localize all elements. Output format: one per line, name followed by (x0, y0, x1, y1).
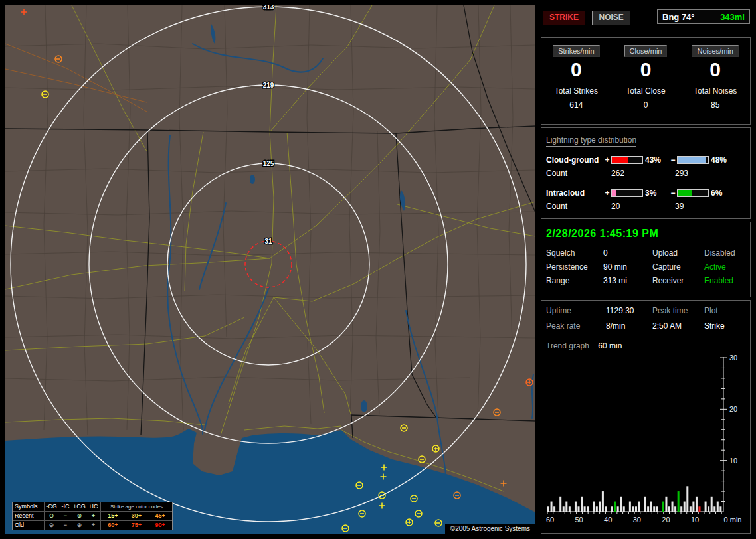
minus-sign: − (669, 189, 677, 198)
cg-pos-symbol-icon: ⊕ (72, 512, 86, 520)
trend-bar (632, 506, 634, 512)
distribution-panel: Lightning type distribution Cloud-ground… (541, 127, 751, 219)
trend-bar (614, 502, 616, 512)
cg-neg-bar (677, 156, 709, 164)
rates-panel: Strikes/min 0 Total Strikes 614 Close/mi… (541, 37, 751, 125)
bearing-readout: Bng 74° 343mi (657, 9, 750, 24)
intracloud-label: Intracloud (546, 189, 603, 198)
lightning-map[interactable]: 31125219313 Symbols -CG -IC +CG +IC Stri… (5, 5, 535, 534)
trend-bar (563, 506, 565, 512)
svg-text:0 min: 0 min (724, 516, 742, 524)
close-per-min-button[interactable]: Close/min (624, 45, 668, 57)
plus-sign: + (603, 155, 611, 165)
bearing-range-value: 343mi (720, 12, 745, 22)
ic-neg-symbol-icon: − (58, 521, 72, 530)
map-legend: Symbols -CG -IC +CG +IC Strike age color… (12, 502, 173, 530)
trend-bar (644, 497, 646, 512)
status-panel: 2/28/2026 1:45:19 PM Squelch 0 Upload Di… (541, 222, 751, 297)
trend-bar (575, 502, 577, 512)
trend-bar (668, 506, 670, 512)
total-strikes-label: Total Strikes (541, 86, 611, 96)
svg-text:60: 60 (546, 516, 554, 524)
trend-bar (596, 506, 598, 512)
trend-bar (623, 506, 625, 512)
plot-value: Strike (704, 321, 747, 331)
svg-text:30: 30 (729, 354, 737, 362)
trend-bar (674, 506, 676, 512)
trend-bar (635, 506, 637, 512)
capture-value: Active (704, 262, 745, 271)
total-noises-value: 85 (680, 100, 750, 110)
range-value: 313 mi (603, 276, 652, 285)
svg-text:40: 40 (604, 516, 612, 524)
strikes-per-min-value: 0 (541, 58, 611, 81)
noises-per-min-value: 0 (680, 58, 750, 81)
trend-bar (708, 506, 709, 512)
trend-bar (620, 497, 622, 512)
legend-type-cg-neg: -CG (45, 502, 58, 511)
peak-rate-label: Peak rate (546, 321, 606, 331)
cg-pos-percent: 43% (643, 155, 669, 165)
trend-bar (699, 506, 701, 512)
total-noises-label: Total Noises (680, 86, 750, 96)
trend-bar (696, 497, 698, 512)
age-code: 75+ (125, 521, 149, 530)
count-label: Count (546, 169, 611, 178)
persistence-value: 90 min (603, 262, 652, 271)
trend-bar (690, 506, 692, 512)
ic-pos-percent: 3% (643, 189, 669, 198)
range-ring-label: 219 (263, 82, 274, 89)
trend-window-value: 60 min (598, 341, 622, 350)
trend-bar (593, 502, 595, 512)
trend-bar (611, 506, 613, 512)
trend-bar (638, 502, 640, 512)
legend-header-row: Symbols -CG -IC +CG +IC Strike age color… (13, 502, 172, 511)
strikes-column: Strikes/min 0 Total Strikes 614 (541, 44, 611, 110)
trend-bar (602, 491, 604, 512)
capture-label: Capture (652, 262, 704, 271)
legend-old-row: Old ⊖ − ⊕ + 60+ 75+ 90+ (13, 520, 172, 530)
ic-neg-percent: 6% (709, 189, 735, 198)
range-label: Range (546, 276, 603, 285)
cloud-ground-label: Cloud-ground (546, 155, 603, 165)
uptime-value: 1129:30 (606, 306, 652, 315)
legend-old-label: Old (13, 521, 45, 530)
legend-age-title: Strike age color codes (100, 502, 172, 511)
minus-sign: − (669, 155, 677, 165)
svg-text:30: 30 (633, 516, 641, 524)
svg-text:50: 50 (575, 516, 583, 524)
trend-bar (569, 506, 571, 512)
legend-recent-label: Recent (13, 512, 45, 520)
trend-bar (565, 502, 567, 512)
trend-bar (547, 506, 549, 512)
intracloud-count-row: Count 20 39 (546, 200, 745, 213)
trend-bar (551, 502, 553, 512)
svg-text:10: 10 (691, 516, 699, 524)
trend-bar (678, 491, 680, 512)
noise-mode-button[interactable]: NOISE (592, 11, 630, 25)
trend-graph: 1020306050403020100 min (546, 354, 752, 526)
trend-bar (650, 502, 652, 512)
strike-mode-button[interactable]: STRIKE (543, 11, 585, 25)
noises-column: Noises/min 0 Total Noises 85 (680, 44, 750, 110)
ic-neg-bar (677, 189, 709, 197)
close-column: Close/min 0 Total Close 0 (611, 44, 681, 110)
trend-bar (647, 506, 649, 512)
ic-neg-symbol-icon: − (58, 512, 72, 520)
trend-bar (653, 506, 655, 512)
trend-bar (705, 502, 707, 512)
trend-bar (719, 506, 721, 512)
squelch-value: 0 (603, 248, 652, 258)
cloud-ground-row: Cloud-ground + 43% − 48% (546, 153, 745, 167)
cloud-ground-count-row: Count 262 293 (546, 167, 745, 180)
strikes-per-min-button[interactable]: Strikes/min (553, 45, 599, 57)
legend-type-ic-neg: -IC (58, 502, 72, 511)
ic-pos-symbol-icon: + (86, 512, 100, 520)
total-strikes-value: 614 (541, 100, 611, 110)
trend-bar (617, 506, 619, 512)
trend-bar (605, 506, 607, 512)
age-code: 45+ (148, 512, 172, 520)
noises-per-min-button[interactable]: Noises/min (692, 45, 738, 57)
session-panel: Uptime 1129:30 Peak time Plot Peak rate … (541, 300, 751, 534)
trend-bar (553, 506, 555, 512)
